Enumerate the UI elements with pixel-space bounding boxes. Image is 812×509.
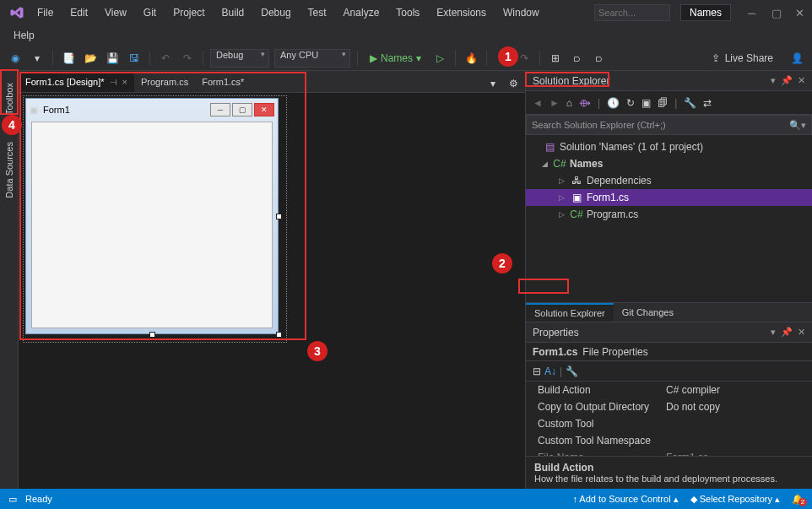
tab-settings-icon[interactable]: ⚙: [505, 75, 522, 92]
se-back-icon[interactable]: ◄: [533, 97, 543, 109]
prop-row[interactable]: Custom Tool Namespace: [526, 432, 812, 449]
hot-reload-icon[interactable]: 🔥: [463, 50, 479, 67]
menu-build[interactable]: Build: [215, 3, 252, 22]
alphabetical-icon[interactable]: A↓: [544, 366, 556, 377]
start-nodebug-icon[interactable]: ▷: [431, 50, 448, 67]
se-fwd-icon[interactable]: ►: [549, 97, 560, 109]
open-icon[interactable]: 📂: [82, 50, 99, 67]
search-input[interactable]: [594, 4, 670, 21]
menu-git[interactable]: Git: [137, 3, 163, 22]
output-icon[interactable]: ▭: [8, 494, 17, 505]
step-over-icon[interactable]: ↷: [516, 50, 533, 67]
menu-file[interactable]: File: [30, 3, 60, 22]
config-combo[interactable]: Debug: [210, 49, 269, 68]
se-close-icon[interactable]: ✕: [798, 75, 805, 86]
se-pin-icon[interactable]: 📌: [781, 75, 793, 86]
align2-icon[interactable]: ⫐: [569, 50, 586, 67]
close-icon[interactable]: ✕: [795, 7, 805, 19]
maximize-icon[interactable]: ▢: [771, 7, 782, 19]
repo-button[interactable]: ◆ Select Repository ▴: [690, 494, 780, 505]
se-sync-icon[interactable]: 🕔: [607, 97, 620, 109]
properties-toolbar: ⊟ A↓ | 🔧: [526, 361, 812, 382]
tree-form1[interactable]: ▷ ▣ Form1.cs: [526, 189, 812, 206]
align3-icon[interactable]: ⫐: [591, 50, 608, 67]
save-icon[interactable]: 💾: [104, 50, 121, 67]
se-bottom-tabs: Solution Explorer Git Changes: [526, 302, 812, 322]
properties-grid[interactable]: Build ActionC# compiler Copy to Output D…: [526, 382, 812, 456]
toolbox-tab[interactable]: Toolbox: [3, 78, 16, 120]
source-control-button[interactable]: ↑ Add to Source Control ▴: [572, 494, 678, 505]
se-switch-view-icon[interactable]: ⟴: [579, 97, 591, 109]
account-icon[interactable]: 👤: [788, 50, 805, 67]
tree-solution-root[interactable]: ▤ Solution 'Names' (1 of 1 project): [526, 138, 812, 155]
callout-3: 3: [307, 341, 328, 361]
menu-help[interactable]: Help: [7, 26, 41, 45]
menu-project[interactable]: Project: [166, 3, 211, 22]
tree-program[interactable]: ▷ C# Program.cs: [526, 206, 812, 223]
csproj-icon: C#: [553, 158, 566, 170]
notifications-icon[interactable]: 🔔: [792, 494, 804, 505]
btab-git-changes[interactable]: Git Changes: [614, 303, 682, 322]
tree-dependencies[interactable]: ▷ 🖧 Dependencies: [526, 172, 812, 189]
start-debug-button[interactable]: ▶ Names ▾: [365, 52, 426, 64]
btab-solution-explorer[interactable]: Solution Explorer: [526, 303, 614, 322]
se-showall-icon[interactable]: 🗐: [658, 97, 668, 109]
form1-preview[interactable]: ▣ Form1 ─ ▢ ✕: [25, 98, 279, 334]
tree-project[interactable]: ◢ C# Names: [526, 155, 812, 172]
prop-pin-icon[interactable]: 📌: [781, 327, 793, 338]
expand-icon[interactable]: ▷: [556, 210, 566, 219]
tab-program[interactable]: Program.cs: [134, 72, 195, 92]
data-sources-tab[interactable]: Data Sources: [3, 137, 16, 203]
nav-fwd-icon[interactable]: ▾: [29, 50, 46, 67]
menu-test[interactable]: Test: [301, 3, 333, 22]
prop-row[interactable]: Build ActionC# compiler: [526, 382, 812, 398]
se-home-icon[interactable]: ⌂: [566, 97, 572, 109]
align-icon[interactable]: ⊞: [547, 50, 564, 67]
save-all-icon[interactable]: 🖫: [126, 50, 143, 67]
prop-row[interactable]: File NameForm1.cs: [526, 449, 812, 456]
se-dropdown-icon[interactable]: ▾: [771, 75, 776, 86]
prop-dropdown-icon[interactable]: ▾: [771, 327, 776, 338]
share-icon: ⇪: [712, 52, 720, 64]
right-panel: Solution Explorer ▾ 📌 ✕ ◄ ► ⌂ ⟴ | 🕔 ↻ ▣ …: [525, 71, 812, 489]
menu-debug[interactable]: Debug: [254, 3, 297, 22]
menu-analyze[interactable]: Analyze: [337, 3, 387, 22]
deps-icon: 🖧: [570, 175, 583, 187]
solution-name[interactable]: Names: [680, 4, 731, 21]
menu-extensions[interactable]: Extensions: [430, 3, 493, 22]
expand-icon[interactable]: ▷: [556, 176, 566, 185]
platform-combo[interactable]: Any CPU: [274, 49, 350, 68]
close-tab-icon[interactable]: ×: [122, 77, 127, 87]
prop-row[interactable]: Copy to Output DirectoryDo not copy: [526, 398, 812, 415]
tab-overflow-icon[interactable]: ▾: [484, 75, 501, 92]
categorized-icon[interactable]: ⊟: [533, 366, 541, 377]
cs-file-icon: C#: [570, 208, 583, 220]
minimize-icon[interactable]: ─: [748, 7, 758, 19]
form1-title-text: Form1: [43, 105, 70, 115]
undo-icon[interactable]: ↶: [157, 50, 174, 67]
pin-icon[interactable]: ⊣: [110, 78, 117, 87]
prop-row[interactable]: Custom Tool: [526, 415, 812, 432]
tab-form1-design[interactable]: Form1.cs [Design]*⊣×: [19, 72, 134, 92]
prop-close-icon[interactable]: ✕: [798, 327, 805, 338]
redo-icon[interactable]: ↷: [179, 50, 196, 67]
menu-window[interactable]: Window: [496, 3, 546, 22]
form1-client[interactable]: [31, 122, 273, 328]
se-properties-icon[interactable]: 🔧: [684, 97, 696, 109]
expand-icon[interactable]: ▷: [556, 193, 566, 202]
menu-edit[interactable]: Edit: [63, 3, 95, 22]
tab-form1-cs[interactable]: Form1.cs*: [195, 72, 251, 92]
menu-view[interactable]: View: [98, 3, 133, 22]
expand-icon[interactable]: ◢: [539, 160, 549, 168]
solution-explorer-title: Solution Explorer ▾ 📌 ✕: [526, 71, 812, 91]
se-collapse-icon[interactable]: ▣: [641, 97, 651, 109]
se-preview-icon[interactable]: ⇄: [703, 97, 712, 109]
prop-wrench-icon[interactable]: 🔧: [566, 366, 578, 377]
new-project-icon[interactable]: 📑: [60, 50, 77, 67]
menu-tools[interactable]: Tools: [389, 3, 426, 22]
form-designer-surface[interactable]: ▣ Form1 ─ ▢ ✕: [25, 98, 312, 376]
se-search-input[interactable]: Search Solution Explorer (Ctrl+;) 🔍▾: [526, 115, 812, 135]
se-refresh-icon[interactable]: ↻: [626, 97, 635, 109]
nav-back-icon[interactable]: ◉: [7, 50, 24, 67]
live-share-button[interactable]: ⇪ Live Share: [712, 52, 773, 64]
